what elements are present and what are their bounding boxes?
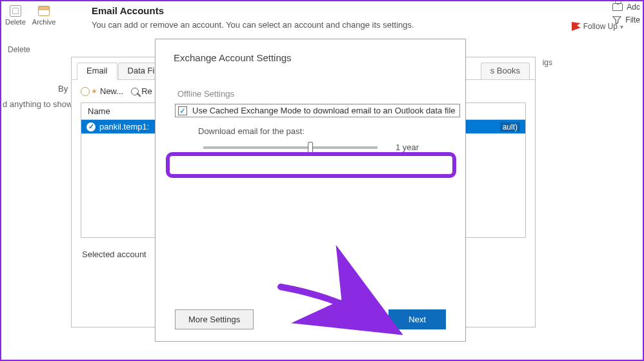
repair-label: Re — [141, 86, 152, 96]
dialog-buttons: More Settings Next — [156, 309, 465, 329]
ribbon-group-delete-label: Delete — [8, 45, 30, 54]
archive-icon — [37, 4, 51, 18]
slider-thumb[interactable] — [308, 142, 313, 153]
page-subtitle: You can add or remove an account. You ca… — [92, 20, 414, 30]
check-icon: ✓ — [86, 122, 96, 132]
slider-value-label: 1 year — [396, 142, 419, 152]
account-name: pankil.temp1: — [99, 122, 149, 132]
cached-mode-row[interactable]: ✓ Use Cached Exchange Mode to download e… — [175, 104, 460, 117]
ribbon-right: Adc Filte — [612, 3, 640, 24]
delete-label: Delete — [5, 18, 26, 26]
follow-up-button[interactable]: Follow Up ▾ — [572, 22, 623, 31]
page-title: Email Accounts — [92, 5, 414, 16]
download-past-label: Download email for the past: — [156, 117, 465, 142]
next-button[interactable]: Next — [388, 309, 446, 329]
tab-email[interactable]: Email — [77, 63, 117, 79]
nothing-to-show-label: d anything to show — [3, 99, 72, 109]
new-icon — [81, 87, 90, 96]
add-contacts-label: Adc — [627, 3, 640, 12]
offline-settings-label: Offline Settings — [156, 70, 465, 104]
cached-mode-label: Use Cached Exchange Mode to download ema… — [192, 106, 456, 115]
add-contacts-button[interactable]: Adc — [612, 3, 640, 12]
new-label: New... — [100, 86, 123, 96]
cached-mode-checkbox[interactable]: ✓ — [178, 106, 187, 115]
follow-up-label: Follow Up — [583, 22, 618, 31]
delete-button[interactable]: Delete — [5, 4, 26, 26]
people-icon — [612, 3, 623, 11]
arrange-by-label: By — [58, 84, 68, 93]
exchange-settings-dialog: Exchange Account Settings Offline Settin… — [155, 39, 466, 342]
email-accounts-header: Email Accounts You can add or remove an … — [92, 5, 414, 30]
ribbon-delete-group: Delete Archive — [1, 3, 55, 26]
dialog-title: Exchange Account Settings — [156, 39, 465, 70]
chevron-down-icon: ▾ — [620, 23, 623, 30]
repair-account-button[interactable]: Re — [131, 86, 152, 96]
wrench-icon — [131, 88, 139, 95]
tab-address-books[interactable]: s Books — [481, 63, 530, 79]
default-chip: ault) — [500, 122, 520, 132]
filter-label: Filte — [625, 15, 640, 24]
delete-icon — [8, 4, 23, 18]
download-past-slider[interactable]: 1 year — [156, 142, 465, 152]
star-icon: ✶ — [91, 87, 97, 96]
ribbon-group-tags-label: igs — [543, 58, 552, 67]
new-account-button[interactable]: ✶ New... — [81, 86, 123, 96]
archive-button[interactable]: Archive — [32, 4, 56, 26]
slider-track[interactable] — [203, 146, 377, 149]
archive-label: Archive — [32, 18, 56, 26]
flag-icon — [572, 22, 581, 31]
more-settings-button[interactable]: More Settings — [175, 309, 254, 329]
